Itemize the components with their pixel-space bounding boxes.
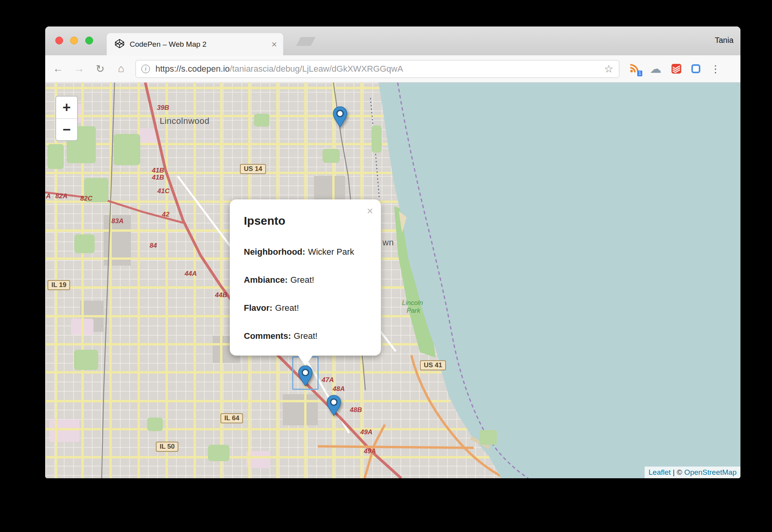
url-host: https://s.codepen.io — [155, 64, 230, 74]
exit-label: 47A — [322, 376, 334, 384]
traffic-light-fullscreen[interactable] — [85, 37, 93, 44]
todoist-extension-icon[interactable] — [672, 64, 681, 74]
reload-icon[interactable]: ↻ — [94, 63, 106, 75]
url-path: /taniarascia/debug/LjLeaw/dGkXWXRGGqwA — [230, 64, 403, 74]
openstreetmap-link[interactable]: OpenStreetMap — [684, 468, 737, 476]
address-bar[interactable]: i https://s.codepen.io/taniarascia/debug… — [136, 60, 619, 78]
park-label-lincoln: Lincoln — [402, 299, 423, 307]
url-text[interactable]: https://s.codepen.io/taniarascia/debug/L… — [155, 64, 599, 74]
field-value: Wicker Park — [308, 247, 354, 257]
codepen-icon — [115, 39, 125, 50]
field-label: Comments: — [244, 331, 291, 341]
place-label-lincolnwood: Lincolnwood — [160, 116, 210, 126]
exit-label: 82C — [80, 195, 92, 203]
profile-name[interactable]: Tania — [715, 36, 733, 45]
exit-label: 41C — [157, 187, 169, 195]
route-shield-us14: US 14 — [240, 164, 266, 174]
new-tab-button[interactable] — [296, 37, 315, 46]
park-label-park: Park — [407, 307, 420, 315]
exit-label: 44A — [185, 270, 197, 278]
route-shield-il64: IL 64 — [220, 413, 243, 423]
zoom-out-button[interactable]: − — [56, 118, 77, 140]
exit-label: 48B — [350, 406, 362, 414]
bookmark-star-icon[interactable]: ☆ — [604, 63, 613, 75]
exit-label: 42 — [162, 211, 169, 218]
place-label-partial: wn — [382, 238, 394, 248]
exit-label: 83A — [111, 217, 123, 225]
home-icon[interactable]: ⌂ — [115, 63, 127, 75]
tab-title: CodePen – Web Map 2 — [130, 40, 271, 49]
exit-label: 41B — [152, 174, 164, 181]
route-shield-il50: IL 50 — [156, 442, 178, 452]
forward-icon[interactable]: → — [73, 63, 85, 75]
field-value: Great! — [290, 275, 314, 285]
popup-tail — [298, 355, 313, 366]
page-info-icon[interactable]: i — [141, 65, 150, 73]
blue-square-extension-icon[interactable] — [691, 64, 700, 73]
nav-buttons: ← → ↻ ⌂ — [52, 63, 127, 75]
exit-label: 82A — [55, 192, 67, 200]
field-label: Ambiance: — [244, 275, 287, 285]
exit-label: 84 — [150, 242, 157, 250]
exit-label: 41B — [152, 167, 164, 174]
map-popup: × Ipsento Neighborhood:Wicker Park Ambia… — [230, 199, 381, 356]
browser-window: CodePen – Web Map 2 × Tania ← → ↻ ⌂ i ht… — [45, 26, 740, 478]
back-icon[interactable]: ← — [52, 63, 64, 75]
exit-label: 49A — [360, 428, 372, 436]
leaflet-link[interactable]: Leaflet — [649, 468, 671, 476]
map-marker-south[interactable] — [326, 395, 342, 416]
browser-menu-icon[interactable]: ⋮ — [710, 64, 721, 74]
traffic-light-close[interactable] — [55, 37, 63, 44]
exit-label: A — [46, 192, 51, 200]
leaflet-map[interactable]: Lincolnwood wn Lincoln Park US 14 IL 19 … — [45, 83, 740, 478]
cloud-extension-icon[interactable]: ☁ — [650, 63, 661, 75]
popup-title: Ipsento — [244, 214, 367, 227]
exit-label: 48A — [333, 385, 345, 393]
extension-icons: 1 ☁ ⋮ — [629, 63, 721, 75]
exit-label: 49A — [364, 447, 376, 455]
map-marker-north[interactable] — [332, 106, 348, 128]
field-value: Great! — [294, 331, 317, 341]
tab-strip: CodePen – Web Map 2 × Tania — [45, 26, 740, 55]
exit-label: 39B — [157, 104, 169, 112]
attribution-separator: | © — [671, 468, 684, 476]
zoom-in-button[interactable]: + — [56, 97, 77, 118]
route-shield-il19: IL 19 — [48, 280, 70, 290]
popup-close-icon[interactable]: × — [367, 206, 373, 217]
tab-close-icon[interactable]: × — [271, 40, 277, 49]
route-shield-us41: US 41 — [420, 360, 446, 370]
map-attribution: Leaflet | © OpenStreetMap — [645, 467, 740, 478]
field-value: Great! — [275, 303, 299, 313]
popup-field-comments: Comments:Great! — [244, 331, 367, 341]
exit-label: 44B — [215, 291, 227, 299]
rss-extension-icon[interactable]: 1 — [629, 63, 640, 75]
field-label: Neighborhood: — [244, 247, 305, 257]
map-tiles[interactable] — [45, 83, 740, 478]
popup-field-flavor: Flavor:Great! — [244, 303, 367, 313]
traffic-light-minimize[interactable] — [70, 37, 78, 44]
extension-badge: 1 — [637, 70, 642, 76]
field-label: Flavor: — [244, 303, 272, 313]
popup-field-ambiance: Ambiance:Great! — [244, 275, 367, 285]
popup-field-neighborhood: Neighborhood:Wicker Park — [244, 247, 367, 257]
browser-toolbar: ← → ↻ ⌂ i https://s.codepen.io/taniarasc… — [45, 55, 740, 83]
zoom-control: + − — [55, 96, 78, 141]
browser-tab[interactable]: CodePen – Web Map 2 × — [107, 33, 283, 55]
map-marker-ipsento[interactable] — [298, 365, 313, 387]
